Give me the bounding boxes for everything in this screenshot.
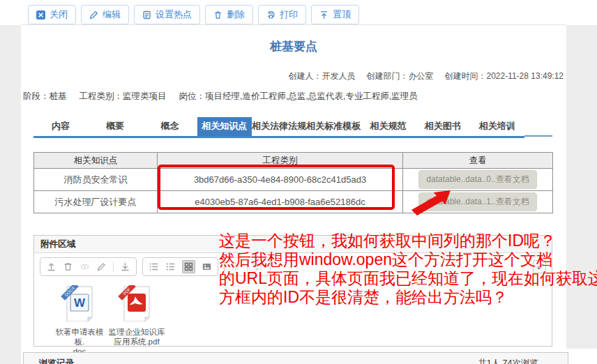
print-button-label: 打印 — [280, 8, 298, 21]
set-hotspot-button[interactable]: 设置热点 — [134, 5, 200, 24]
word-file-icon: W DOCX — [61, 285, 98, 321]
history-panel-title: 浏览记录 — [39, 358, 74, 364]
table-row: 消防员安全常识 3bd67d66-a350-4e84-8900-68c2c41d… — [34, 169, 553, 191]
toolbar-separator — [247, 262, 248, 272]
delete-button[interactable]: 删除 — [205, 5, 253, 24]
tab-related-books[interactable]: 相关图书 — [416, 117, 470, 136]
toolbar-separator — [113, 262, 114, 272]
history-view-count: 共1人,74次浏览 — [478, 358, 538, 364]
document-view: 关闭 编辑 设置热点 删除 打印 置顶 桩基要 — [21, 0, 566, 364]
col-header-category: 工程类别 — [158, 153, 403, 169]
close-icon — [36, 10, 45, 20]
view-mode-group — [142, 257, 218, 276]
page-title: 桩基要点 — [21, 38, 566, 54]
tab-related-laws[interactable]: 相关法律法规 — [252, 117, 306, 136]
attachment-panel: 附件区域 — [33, 235, 552, 347]
edit-button[interactable]: 编辑 — [81, 5, 129, 24]
attachment-toolbar — [34, 253, 552, 280]
creation-meta: 创建人：开发人员 创建部门：办公室 创建时间：2022-11-28 13:49:… — [288, 70, 564, 82]
close-button-label: 关闭 — [50, 8, 68, 21]
trash-icon — [213, 10, 222, 20]
creator-text: 创建人：开发人员 — [288, 70, 355, 82]
close-button[interactable]: 关闭 — [28, 5, 76, 24]
numbered-list-icon[interactable] — [165, 261, 176, 272]
view-doc-button[interactable]: datatable..data..1..查看文档 — [418, 192, 536, 211]
tab-related-templates[interactable]: 相关标准模板 — [306, 117, 361, 136]
department-text: 创建部门：办公室 — [366, 70, 433, 82]
tab-concept[interactable]: 概念 — [142, 117, 197, 136]
upload-icon[interactable] — [46, 261, 56, 272]
attachment-files: W DOCX 软著申请表模板. doc — [34, 280, 552, 356]
positions-text: 岗位：项目经理,造价工程师,总监,总监代表,专业工程师,监理员 — [179, 91, 418, 103]
tab-related-knowledge[interactable]: 相关知识点 — [197, 117, 252, 136]
right-gutter — [566, 25, 597, 349]
collapse-icon — [535, 262, 544, 271]
delete-button-label: 删除 — [227, 8, 245, 21]
file-action-group — [40, 257, 137, 276]
toolbar-divider — [21, 24, 566, 25]
set-hotspot-button-label: 设置热点 — [156, 8, 192, 21]
view-cell: datatable..data..1..查看文档 — [403, 191, 553, 213]
table-header-row: 相关知识点 工程类别 查看 — [34, 153, 553, 169]
edit-icon — [89, 10, 98, 20]
table-row: 污水处理厂设计要点 e4030eb5-87a6-4ed1-b908-faa6e5… — [34, 191, 553, 213]
grid-view-button[interactable] — [182, 260, 195, 273]
tab-underline-extension — [524, 135, 552, 137]
collapse-button[interactable] — [533, 260, 546, 273]
pin-top-icon — [319, 10, 328, 20]
knowledge-name-cell: 消防员安全常识 — [34, 169, 158, 191]
app-window: 关闭 编辑 设置热点 删除 打印 置顶 桩基要 — [0, 0, 597, 364]
stage-text: 阶段：桩基 — [23, 91, 67, 103]
tab-related-training[interactable]: 相关培训 — [470, 117, 524, 136]
view-doc-button[interactable]: datatable..data..0..查看文档 — [418, 170, 536, 189]
preview-icon[interactable] — [80, 261, 90, 272]
history-panel-header: 浏览记录 共1人,74次浏览 — [23, 352, 568, 364]
bullet-list-icon[interactable] — [149, 261, 159, 272]
tab-content[interactable]: 内容 — [33, 117, 88, 136]
pin-top-button-label: 置顶 — [333, 8, 351, 21]
edit-button-label: 编辑 — [103, 8, 121, 21]
sort-icon[interactable] — [254, 261, 264, 272]
knowledge-name-cell: 污水处理厂设计要点 — [34, 191, 158, 213]
col-header-view: 查看 — [403, 153, 553, 169]
classification-meta: 阶段：桩基 工程类别：监理类项目 岗位：项目经理,造价工程师,总监,总监代表,专… — [23, 91, 418, 103]
pdf-file-icon: PDF — [118, 285, 156, 321]
settings-group — [224, 257, 271, 276]
knowledge-table: 相关知识点 工程类别 查看 消防员安全常识 3bd67d66-a350-4e84… — [33, 152, 553, 213]
top-toolbar: 关闭 编辑 设置热点 删除 打印 置顶 — [28, 5, 359, 24]
print-icon — [266, 10, 275, 20]
created-time-text: 创建时间：2022-11-28 13:49:12 — [444, 70, 564, 82]
tab-summary[interactable]: 概要 — [88, 117, 142, 136]
edit-icon[interactable] — [96, 261, 107, 272]
left-gutter — [0, 25, 21, 364]
download-icon[interactable] — [120, 261, 130, 272]
grid-view-icon — [183, 261, 194, 272]
attachment-panel-title: 附件区域 — [34, 236, 552, 253]
category-text: 工程类别：监理类项目 — [80, 91, 167, 103]
hotspot-icon — [142, 10, 151, 20]
knowledge-id-cell: e4030eb5-87a6-4ed1-b908-faa6e52186dc — [158, 191, 403, 213]
pin-top-button[interactable]: 置顶 — [311, 5, 359, 24]
trash-icon[interactable] — [63, 261, 73, 272]
file-item-pdf[interactable]: PDF 监理企业知识库 应用系统.pdf — [108, 285, 165, 356]
file-name: 监理企业知识库 应用系统.pdf — [108, 327, 165, 347]
col-header-knowledge: 相关知识点 — [34, 153, 158, 169]
print-button[interactable]: 打印 — [258, 5, 306, 24]
svg-text:W: W — [74, 296, 86, 310]
image-view-icon[interactable] — [202, 261, 212, 272]
tab-related-specs[interactable]: 相关规范 — [361, 117, 415, 136]
view-cell: datatable..data..0..查看文档 — [403, 169, 553, 191]
file-item-doc[interactable]: W DOCX 软著申请表模板. doc — [51, 285, 108, 356]
knowledge-id-cell: 3bd67d66-a350-4e84-8900-68c2c41d5ad3 — [158, 169, 403, 191]
settings-icon[interactable] — [230, 261, 241, 272]
tab-bar: 内容 概要 概念 相关知识点 相关法律法规 相关标准模板 相关规范 相关图书 相… — [33, 117, 524, 138]
